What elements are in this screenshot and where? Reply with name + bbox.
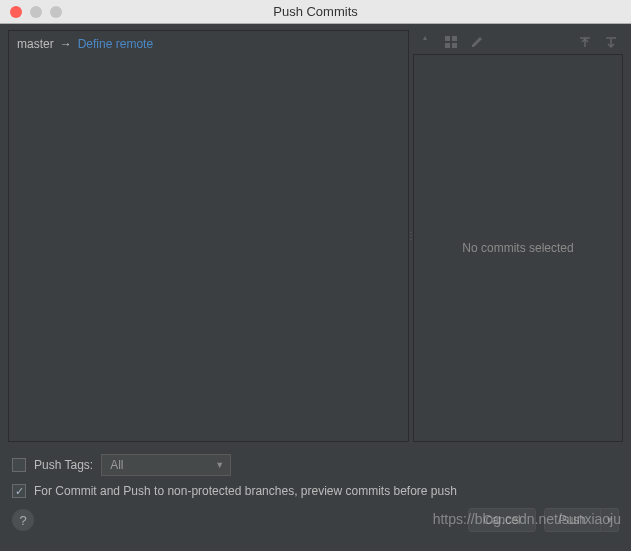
commits-tree-panel[interactable]: master → Define remote bbox=[8, 30, 409, 442]
commit-details-panel: No commits selected bbox=[413, 54, 623, 442]
push-split-button[interactable]: Push ▼ bbox=[544, 508, 619, 532]
traffic-lights bbox=[0, 6, 62, 18]
svg-rect-2 bbox=[445, 43, 450, 48]
group-icon[interactable] bbox=[443, 34, 459, 50]
diff-toolbar bbox=[413, 30, 623, 54]
local-branch-label: master bbox=[17, 37, 54, 51]
svg-rect-0 bbox=[445, 36, 450, 41]
push-tags-checkbox[interactable] bbox=[12, 458, 26, 472]
footer: Push Tags: All ▼ For Commit and Push to … bbox=[0, 448, 631, 542]
push-tags-row: Push Tags: All ▼ bbox=[12, 454, 619, 476]
pin-icon[interactable] bbox=[417, 34, 433, 50]
right-side: No commits selected bbox=[413, 30, 623, 442]
edit-icon[interactable] bbox=[469, 34, 485, 50]
maximize-icon[interactable] bbox=[50, 6, 62, 18]
push-tags-select[interactable]: All ▼ bbox=[101, 454, 231, 476]
action-buttons: Cancel Push ▼ bbox=[468, 508, 619, 532]
push-dropdown-caret[interactable]: ▼ bbox=[601, 508, 619, 532]
svg-rect-3 bbox=[452, 43, 457, 48]
preview-row: For Commit and Push to non-protected bra… bbox=[12, 484, 619, 498]
window-title: Push Commits bbox=[0, 4, 631, 19]
define-remote-link[interactable]: Define remote bbox=[78, 37, 153, 51]
button-row: ? Cancel Push ▼ bbox=[12, 508, 619, 532]
close-icon[interactable] bbox=[10, 6, 22, 18]
branch-row[interactable]: master → Define remote bbox=[17, 37, 400, 51]
push-tags-label: Push Tags: bbox=[34, 458, 93, 472]
collapse-icon[interactable] bbox=[603, 34, 619, 50]
push-button[interactable]: Push bbox=[544, 508, 601, 532]
svg-rect-1 bbox=[452, 36, 457, 41]
content-area: master → Define remote ⋮ bbox=[0, 24, 631, 448]
chevron-down-icon: ▼ bbox=[215, 460, 224, 470]
preview-checkbox[interactable] bbox=[12, 484, 26, 498]
help-button[interactable]: ? bbox=[12, 509, 34, 531]
minimize-icon[interactable] bbox=[30, 6, 42, 18]
push-tags-selected: All bbox=[110, 458, 123, 472]
no-commits-label: No commits selected bbox=[462, 241, 573, 255]
titlebar: Push Commits bbox=[0, 0, 631, 24]
cancel-button[interactable]: Cancel bbox=[468, 508, 535, 532]
expand-icon[interactable] bbox=[577, 34, 593, 50]
preview-label: For Commit and Push to non-protected bra… bbox=[34, 484, 457, 498]
arrow-icon: → bbox=[60, 37, 72, 51]
